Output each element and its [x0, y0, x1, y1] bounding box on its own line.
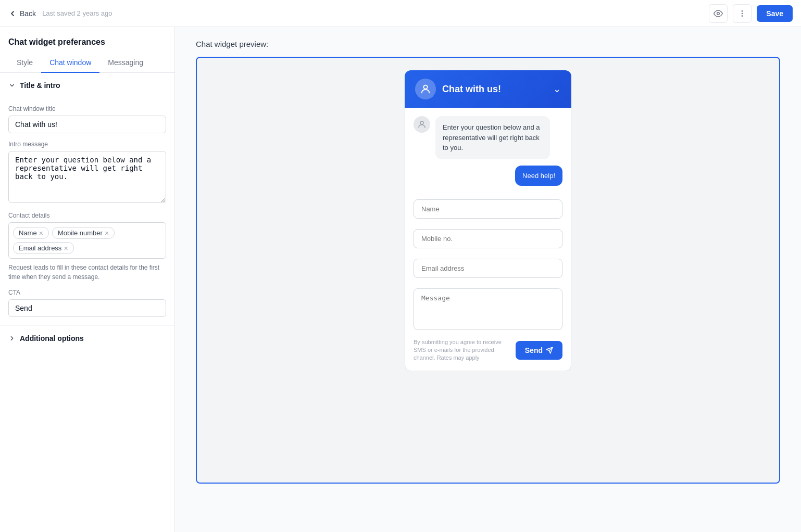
svg-point-0 [717, 12, 720, 15]
chat-header-title: Chat with us! [442, 84, 501, 95]
tab-messaging[interactable]: Messaging [99, 53, 152, 73]
back-label: Back [20, 9, 36, 18]
cta-input[interactable] [8, 299, 166, 317]
tag-mobile: Mobile number × [52, 227, 115, 239]
main-layout: Chat widget preferances Style Chat windo… [0, 27, 801, 532]
additional-options-header[interactable]: Additional options [8, 334, 166, 343]
preview-message-textarea[interactable] [414, 288, 562, 330]
intro-message-bubble: Enter your question below and a represen… [435, 116, 550, 159]
intro-message-textarea[interactable]: Enter your question below and a represen… [8, 151, 166, 203]
preview-bottom-bar: By submitting you agree to receive SMS o… [414, 338, 562, 362]
svg-point-4 [423, 85, 427, 89]
chat-header-left: Chat with us! [415, 79, 501, 99]
tab-style[interactable]: Style [8, 53, 41, 73]
disclaimer-text: By submitting you agree to receive SMS o… [414, 338, 510, 362]
tabs: Style Chat window Messaging [0, 53, 174, 73]
contact-details-tags: Name × Mobile number × Email address × [8, 222, 166, 259]
tab-chat-window[interactable]: Chat window [41, 53, 99, 73]
chat-window-title-label: Chat window title [8, 105, 166, 112]
contact-hint: Request leads to fill in these contact d… [8, 263, 166, 282]
bot-avatar [414, 116, 430, 133]
svg-point-2 [742, 12, 743, 14]
title-intro-header[interactable]: Title & intro [0, 73, 174, 98]
avatar-person-icon [420, 83, 431, 95]
chat-body: Enter your question below and a represen… [405, 108, 571, 371]
tag-email-remove[interactable]: × [64, 245, 68, 252]
preview-email-input[interactable] [414, 259, 562, 278]
preview-icon-button[interactable] [709, 4, 728, 23]
sidebar: Chat widget preferances Style Chat windo… [0, 27, 175, 532]
last-saved-text: Last saved 2 years ago [42, 9, 112, 17]
preview-mobile-input[interactable] [414, 229, 562, 248]
message-timestamp: 26 Jan 11:41am [521, 187, 562, 193]
preview-name-input[interactable] [414, 199, 562, 219]
chat-header: Chat with us! ⌄ [405, 70, 571, 108]
tag-mobile-remove[interactable]: × [105, 230, 109, 237]
tag-name: Name × [13, 227, 49, 239]
topbar: Back Last saved 2 years ago Save [0, 0, 801, 27]
chevron-right-icon [8, 335, 16, 342]
eye-icon [714, 9, 723, 18]
title-intro-heading: Title & intro [20, 81, 60, 90]
preview-frame: Chat with us! ⌄ Enter your [196, 57, 780, 484]
back-arrow-icon [8, 9, 17, 18]
additional-options-section: Additional options [0, 326, 174, 351]
intro-message-row: Enter your question below and a represen… [414, 116, 562, 159]
more-options-button[interactable] [733, 4, 752, 23]
user-message-bubble: Need help! [515, 166, 562, 186]
preview-label: Chat widget preview: [196, 40, 780, 48]
topbar-left: Back Last saved 2 years ago [8, 9, 112, 18]
tag-email: Email address × [13, 242, 74, 254]
chat-header-avatar [415, 79, 436, 99]
save-button[interactable]: Save [757, 5, 793, 22]
more-dots-icon [738, 9, 746, 18]
chat-window-title-input[interactable] [8, 116, 166, 133]
send-icon [546, 347, 553, 354]
svg-point-1 [742, 10, 743, 12]
user-message-row: Need help! 26 Jan 11:41am [414, 166, 562, 193]
chat-widget: Chat with us! ⌄ Enter your [405, 70, 571, 470]
bot-person-icon [417, 120, 427, 129]
tag-name-remove[interactable]: × [39, 230, 43, 237]
intro-message-label: Intro message [8, 141, 166, 148]
svg-point-5 [420, 121, 423, 124]
sidebar-title: Chat widget preferances [0, 27, 174, 53]
topbar-right: Save [709, 4, 793, 23]
additional-options-heading: Additional options [20, 334, 84, 343]
back-button[interactable]: Back [8, 9, 36, 18]
svg-point-3 [742, 15, 743, 17]
title-intro-section: Title & intro Chat window title Intro me… [0, 73, 174, 326]
chat-header-chevron-icon[interactable]: ⌄ [553, 83, 561, 95]
preview-send-button[interactable]: Send [516, 341, 562, 360]
chevron-down-icon [8, 82, 16, 89]
contact-details-label: Contact details [8, 212, 166, 219]
title-intro-content: Chat window title Intro message Enter yo… [0, 105, 174, 325]
main-content: Chat widget preview: Chat with us! [175, 27, 801, 532]
cta-label: CTA [8, 289, 166, 296]
